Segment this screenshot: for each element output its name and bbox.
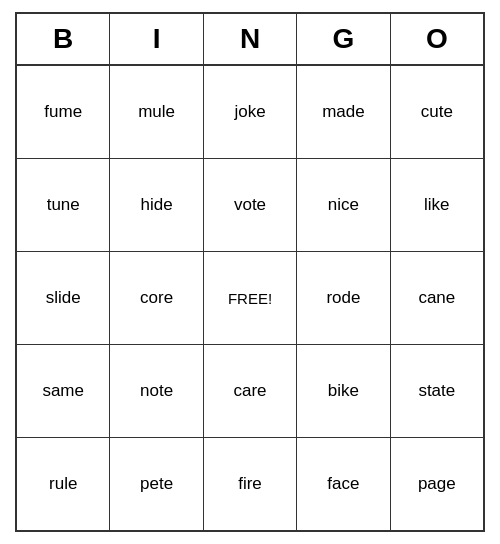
bingo-header: B I N G O [17, 14, 483, 66]
header-g: G [297, 14, 390, 64]
cell-2-3: rode [297, 252, 390, 344]
header-i: I [110, 14, 203, 64]
cell-0-2: joke [204, 66, 297, 158]
header-n: N [204, 14, 297, 64]
cell-1-2: vote [204, 159, 297, 251]
cell-4-3: face [297, 438, 390, 530]
cell-3-1: note [110, 345, 203, 437]
bingo-row: same note care bike state [17, 345, 483, 438]
cell-0-0: fume [17, 66, 110, 158]
free-space: FREE! [204, 252, 297, 344]
cell-4-0: rule [17, 438, 110, 530]
cell-3-3: bike [297, 345, 390, 437]
bingo-card: B I N G O fume mule joke made cute tune … [15, 12, 485, 532]
cell-1-3: nice [297, 159, 390, 251]
cell-0-4: cute [391, 66, 483, 158]
cell-1-4: like [391, 159, 483, 251]
cell-0-1: mule [110, 66, 203, 158]
cell-0-3: made [297, 66, 390, 158]
cell-2-1: core [110, 252, 203, 344]
cell-4-2: fire [204, 438, 297, 530]
bingo-row: rule pete fire face page [17, 438, 483, 530]
cell-3-4: state [391, 345, 483, 437]
bingo-row: tune hide vote nice like [17, 159, 483, 252]
bingo-grid: fume mule joke made cute tune hide vote … [17, 66, 483, 530]
cell-2-0: slide [17, 252, 110, 344]
cell-1-1: hide [110, 159, 203, 251]
cell-2-4: cane [391, 252, 483, 344]
bingo-row: slide core FREE! rode cane [17, 252, 483, 345]
bingo-row: fume mule joke made cute [17, 66, 483, 159]
header-o: O [391, 14, 483, 64]
cell-4-4: page [391, 438, 483, 530]
cell-1-0: tune [17, 159, 110, 251]
cell-3-2: care [204, 345, 297, 437]
header-b: B [17, 14, 110, 64]
cell-4-1: pete [110, 438, 203, 530]
cell-3-0: same [17, 345, 110, 437]
